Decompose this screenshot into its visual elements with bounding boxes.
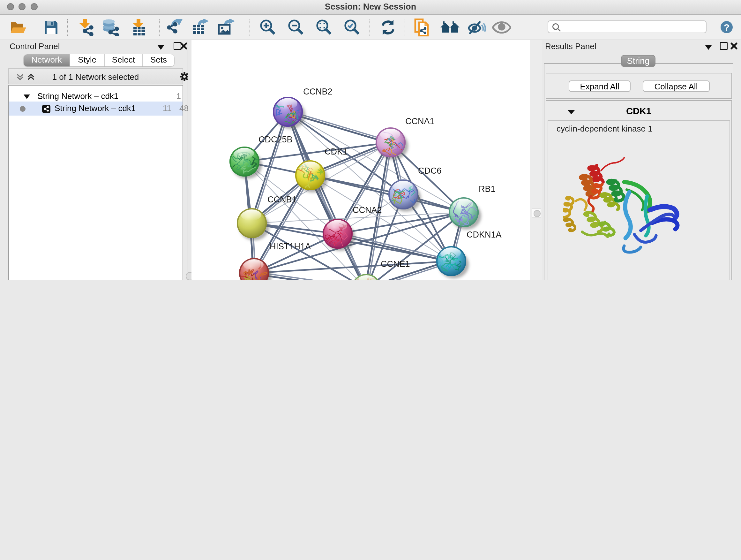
svg-text:CDK1: CDK1	[325, 146, 347, 156]
svg-text:CCNA1: CCNA1	[405, 116, 434, 126]
svg-text:RB1: RB1	[479, 184, 495, 193]
svg-text:CCNB1: CCNB1	[267, 194, 297, 204]
svg-text:CCNB2: CCNB2	[303, 86, 333, 96]
svg-text:CCNE1: CCNE1	[381, 259, 410, 268]
svg-text:CCNA2: CCNA2	[353, 205, 382, 214]
svg-text:CDC6: CDC6	[418, 166, 442, 175]
svg-text:CDC25B: CDC25B	[259, 134, 293, 144]
svg-text:CDKN1A: CDKN1A	[467, 230, 502, 239]
svg-text:HIST1H1A: HIST1H1A	[270, 241, 311, 251]
